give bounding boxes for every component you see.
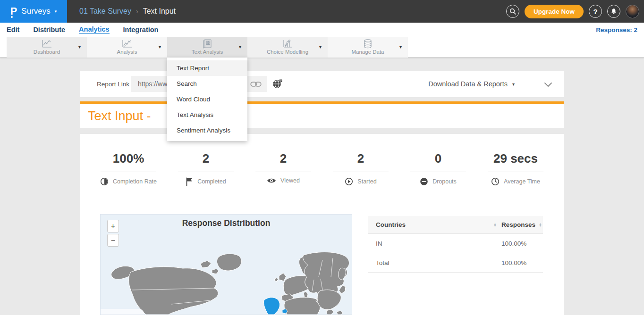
divider	[178, 172, 234, 172]
column-header-responses[interactable]: Responses	[501, 221, 535, 228]
nav-item-edit[interactable]: Edit	[7, 26, 19, 33]
tab-choice-modelling[interactable]: Choice Modelling ▾	[247, 37, 328, 58]
stat-value: 100%	[113, 152, 144, 166]
tab-label: Analysis	[117, 49, 137, 55]
eye-icon	[267, 177, 276, 184]
countries-table-header: Countries ▲▼ Responses ▲▼	[368, 216, 543, 234]
column-header-countries[interactable]: Countries	[376, 221, 406, 228]
world-map[interactable]	[101, 249, 352, 315]
analytics-toolbar: Dashboard ▾ Analysis ▾	[0, 37, 644, 58]
download-data-reports-menu[interactable]: Download Data & Reports ▾	[428, 71, 515, 97]
bell-icon	[610, 8, 617, 15]
scatter-chart-icon	[281, 39, 294, 49]
stat-label: Average Time	[504, 178, 540, 185]
menu-item-sentiment-analysis[interactable]: Sentiment Analysis	[167, 123, 247, 138]
menu-item-word-cloud[interactable]: Word Cloud	[167, 91, 247, 107]
trend-chart-icon	[120, 39, 134, 49]
chevron-down-icon: ▾	[512, 82, 515, 87]
stat-completion-rate: 100% Completion Rate	[90, 152, 167, 186]
stat-value: 0	[435, 152, 441, 166]
menu-item-text-analysis[interactable]: Text Analysis	[167, 107, 247, 123]
stat-label: Completion Rate	[113, 178, 157, 185]
chevron-down-icon[interactable]: ▾	[78, 44, 81, 50]
map-zoom-out-button[interactable]: −	[107, 234, 119, 247]
line-chart-icon	[40, 39, 53, 49]
tab-label: Choice Modelling	[267, 49, 308, 55]
stat-value: 29 secs	[493, 152, 538, 166]
stat-label: Viewed	[280, 177, 300, 184]
stat-average-time: 29 secs Average Time	[477, 152, 554, 186]
half-pie-icon	[100, 177, 109, 186]
chevron-down-icon[interactable]: ▾	[159, 44, 161, 50]
countries-table: Countries ▲▼ Responses ▲▼ IN 100.00% Tot…	[368, 216, 543, 273]
stat-dropouts: 0 Dropouts	[399, 152, 477, 186]
stat-label: Started	[357, 178, 376, 185]
database-icon	[361, 39, 374, 49]
map-attribution	[101, 309, 144, 315]
nav-item-integration[interactable]: Integration	[123, 26, 159, 33]
copy-link-icon[interactable]	[250, 81, 262, 89]
tab-dashboard[interactable]: Dashboard ▾	[7, 37, 87, 58]
collapse-panel-chevron-icon[interactable]	[544, 81, 552, 89]
flag-icon	[186, 177, 193, 186]
sort-icon[interactable]: ▲▼	[539, 223, 542, 227]
play-circle-icon	[345, 177, 353, 186]
stat-label: Completed	[197, 178, 226, 185]
tab-label: Manage Data	[351, 49, 384, 55]
chevron-down-icon[interactable]: ▾	[399, 44, 402, 50]
minus-circle-icon	[420, 177, 428, 186]
chevron-down-icon[interactable]: ▾	[319, 44, 322, 50]
tab-analysis[interactable]: Analysis ▾	[87, 37, 167, 58]
table-row: IN 100.00%	[368, 234, 543, 253]
breadcrumb-current: Text Input	[143, 7, 176, 16]
sort-icon[interactable]: ▲▼	[493, 223, 497, 227]
nav-item-distribute[interactable]: Distribute	[33, 26, 65, 33]
map-title: Response Distribution	[101, 218, 352, 228]
analytics-tabs: Dashboard ▾ Analysis ▾	[7, 37, 408, 58]
question-title-card: Text Input -	[80, 104, 564, 128]
tab-label: Text Analysis	[192, 49, 223, 55]
divider	[488, 172, 543, 172]
text-doc-icon	[201, 39, 214, 49]
breadcrumb-separator: ›	[136, 8, 138, 15]
top-header: P Surveys ▾ 01 Take Survey › Text Input …	[0, 0, 644, 23]
tab-manage-data[interactable]: Manage Data ▾	[328, 37, 408, 58]
breadcrumb-survey-link[interactable]: 01 Take Survey	[79, 7, 131, 16]
globe-privacy-icon[interactable]	[272, 79, 282, 91]
tab-text-analysis[interactable]: Text Analysis ▾	[167, 37, 247, 58]
response-percent: 100.00%	[501, 240, 526, 247]
breadcrumb: 01 Take Survey › Text Input	[79, 0, 176, 23]
help-button[interactable]: ?	[589, 5, 602, 18]
stat-value: 2	[203, 152, 209, 166]
total-percent: 100.00%	[501, 259, 526, 266]
notifications-button[interactable]	[607, 5, 620, 18]
report-link-label: Report Link	[97, 71, 129, 97]
divider	[255, 172, 311, 172]
search-icon	[509, 8, 516, 15]
stat-completed: 2 Completed	[167, 152, 245, 186]
nav-item-analytics[interactable]: Analytics	[79, 25, 109, 34]
product-menu[interactable]: P Surveys ▾	[0, 0, 67, 23]
stat-label: Dropouts	[432, 178, 457, 185]
map-country-india[interactable]	[264, 298, 280, 315]
chevron-down-icon[interactable]: ▾	[239, 44, 241, 50]
report-link-bar: Report Link Download Data & Reports ▾	[80, 71, 564, 97]
header-actions: Upgrade Now ?	[506, 0, 639, 23]
map-zoom-in-button[interactable]: +	[107, 220, 119, 232]
responses-count: Responses: 2	[596, 23, 637, 37]
app-root: P Surveys ▾ 01 Take Survey › Text Input …	[0, 0, 644, 315]
upgrade-now-button[interactable]: Upgrade Now	[525, 5, 584, 18]
menu-item-search[interactable]: Search	[167, 76, 247, 91]
avatar[interactable]	[626, 5, 639, 18]
download-data-reports-label: Download Data & Reports	[428, 80, 508, 88]
response-distribution-map: Response Distribution + −	[100, 214, 352, 315]
survey-nav: Edit Distribute Analytics Integration Re…	[0, 23, 644, 37]
table-row-total: Total 100.00%	[368, 253, 543, 273]
clock-icon	[491, 177, 500, 186]
stat-value: 2	[280, 152, 287, 166]
stats-row: 100% Completion Rate 2	[90, 152, 554, 186]
divider	[333, 172, 389, 172]
search-button[interactable]	[506, 5, 519, 18]
menu-item-text-report[interactable]: Text Report	[167, 60, 247, 76]
page-title: Text Input -	[88, 104, 154, 128]
